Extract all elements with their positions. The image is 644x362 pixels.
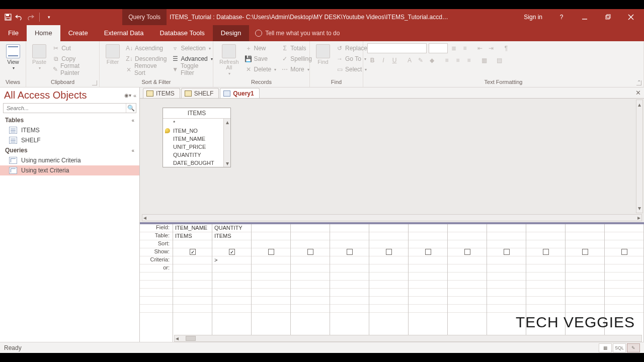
toggle-filter-button[interactable]: ▼Toggle Filter bbox=[171, 64, 213, 74]
doctab-query1[interactable]: Query1 bbox=[220, 88, 259, 98]
redo-icon[interactable] bbox=[26, 13, 34, 21]
qbe-cell-field[interactable] bbox=[291, 224, 330, 232]
qbe-col[interactable] bbox=[252, 224, 291, 342]
qbe-cell-extra[interactable] bbox=[487, 305, 526, 313]
qbe-cell-extra[interactable] bbox=[291, 305, 330, 313]
qbe-cell-criteria[interactable] bbox=[291, 256, 330, 264]
tab-create[interactable]: Create bbox=[60, 25, 96, 41]
show-checkbox[interactable] bbox=[464, 249, 470, 255]
refresh-all-button[interactable]: Refresh All▾ bbox=[217, 43, 241, 77]
qbe-cell-or[interactable] bbox=[369, 264, 408, 273]
fill-color-icon[interactable]: ◆ bbox=[427, 55, 437, 65]
nav-search[interactable]: 🔍 bbox=[3, 103, 136, 113]
show-checkbox[interactable]: ✓ bbox=[229, 249, 235, 255]
qbe-cell-extra[interactable] bbox=[526, 281, 565, 289]
qbe-cell-field[interactable] bbox=[487, 224, 526, 232]
qbe-cell-extra[interactable] bbox=[409, 305, 447, 313]
close-icon[interactable] bbox=[620, 9, 642, 25]
format-painter-button[interactable]: ✎Format Painter bbox=[51, 64, 95, 74]
qbe-cell-extra[interactable] bbox=[252, 305, 290, 313]
qbe-cell-sort[interactable] bbox=[448, 240, 487, 248]
qbe-cell-sort[interactable] bbox=[173, 240, 212, 248]
qbe-cell-show[interactable] bbox=[252, 248, 290, 256]
qbe-cell-criteria[interactable] bbox=[252, 256, 290, 264]
tab-database-tools[interactable]: Database Tools bbox=[151, 25, 212, 41]
fieldlist-item-no[interactable]: ITEM_NO bbox=[163, 127, 230, 135]
qbe-cell-criteria[interactable] bbox=[330, 256, 369, 264]
bullets-icon[interactable]: ≣ bbox=[449, 43, 459, 53]
qbe-cell-or[interactable] bbox=[526, 264, 565, 273]
italic-icon[interactable]: I bbox=[378, 55, 388, 65]
remove-sort-button[interactable]: ⨯Remove Sort bbox=[125, 64, 168, 74]
align-right-icon[interactable]: ≡ bbox=[464, 55, 474, 65]
font-size-combo[interactable] bbox=[429, 43, 448, 53]
qbe-col[interactable] bbox=[369, 224, 409, 342]
qbe-cell-table[interactable] bbox=[448, 232, 487, 240]
qbe-cell-criteria[interactable] bbox=[526, 256, 565, 264]
font-color-icon[interactable]: A bbox=[405, 55, 415, 65]
totals-button[interactable]: ΣTotals bbox=[280, 43, 313, 53]
qbe-col[interactable] bbox=[487, 224, 526, 342]
alternate-row-color-icon[interactable]: ▤ bbox=[494, 55, 504, 65]
fieldlist-scrollbar[interactable]: ▴▾ bbox=[223, 119, 230, 167]
qbe-cell-sort[interactable] bbox=[409, 240, 447, 248]
qbe-cell-sort[interactable] bbox=[526, 240, 565, 248]
qbe-cell-show[interactable] bbox=[291, 248, 330, 256]
ascending-button[interactable]: A↓Ascending bbox=[125, 43, 168, 53]
qbe-cell-table[interactable] bbox=[369, 232, 408, 240]
qbe-col[interactable]: QUANTITYITEMS✓> bbox=[212, 224, 252, 342]
qbe-cell-extra[interactable] bbox=[448, 281, 487, 289]
fieldlist-star[interactable]: * bbox=[163, 119, 230, 127]
qbe-cell-field[interactable] bbox=[409, 224, 447, 232]
qbe-cell-or[interactable] bbox=[173, 264, 212, 273]
qbe-cell-extra[interactable] bbox=[252, 289, 290, 297]
filter-button[interactable]: Filter bbox=[104, 43, 122, 66]
qbe-cell-table[interactable] bbox=[566, 232, 604, 240]
qbe-cell-extra[interactable] bbox=[212, 289, 251, 297]
qbe-cell-show[interactable] bbox=[605, 248, 643, 256]
qbe-cell-table[interactable] bbox=[291, 232, 330, 240]
qbe-col[interactable] bbox=[605, 224, 644, 342]
nav-query-numeric[interactable]: Using numeric Criteria bbox=[0, 155, 139, 165]
qbe-col[interactable] bbox=[448, 224, 487, 342]
search-icon[interactable]: 🔍 bbox=[126, 104, 136, 113]
qbe-cell-field[interactable] bbox=[566, 224, 604, 232]
qbe-cell-show[interactable] bbox=[566, 248, 604, 256]
qbe-cell-sort[interactable] bbox=[566, 240, 604, 248]
qbe-cell-show[interactable]: ✓ bbox=[212, 248, 251, 256]
qbe-cell-extra[interactable] bbox=[369, 281, 408, 289]
qbe-cell-extra[interactable] bbox=[566, 305, 604, 313]
qbe-cell-or[interactable] bbox=[212, 264, 251, 273]
qbe-cell-table[interactable] bbox=[487, 232, 526, 240]
search-input[interactable] bbox=[4, 104, 126, 113]
qbe-cell-extra[interactable] bbox=[330, 289, 369, 297]
qbe-cell-or[interactable] bbox=[487, 264, 526, 273]
fieldlist-unit-price[interactable]: UNIT_PRICE bbox=[163, 143, 230, 151]
qbe-col[interactable] bbox=[330, 224, 369, 342]
qbe-cell-or[interactable] bbox=[448, 264, 487, 273]
qbe-cell-extra[interactable] bbox=[409, 297, 447, 305]
qbe-cell-field[interactable] bbox=[369, 224, 408, 232]
qbe-cell-table[interactable] bbox=[526, 232, 565, 240]
qbe-cell-sort[interactable] bbox=[330, 240, 369, 248]
qbe-col[interactable] bbox=[291, 224, 330, 342]
qbe-cell-show[interactable]: ✓ bbox=[173, 248, 212, 256]
tab-home[interactable]: Home bbox=[27, 25, 60, 41]
qbe-cell-extra[interactable] bbox=[487, 297, 526, 305]
qbe-cell-field[interactable]: ITEM_NAME bbox=[173, 224, 212, 232]
fieldlist-item-name[interactable]: ITEM_NAME bbox=[163, 135, 230, 143]
qbe-cell-criteria[interactable] bbox=[409, 256, 447, 264]
align-left-icon[interactable]: ≡ bbox=[442, 55, 452, 65]
qbe-cell-extra[interactable] bbox=[291, 289, 330, 297]
qbe-cell-or[interactable] bbox=[252, 264, 290, 273]
qbe-cell-extra[interactable] bbox=[291, 297, 330, 305]
sql-view-button[interactable]: SQL bbox=[613, 343, 626, 352]
qbe-cell-or[interactable] bbox=[605, 264, 643, 273]
undo-icon[interactable] bbox=[15, 13, 23, 21]
show-checkbox[interactable] bbox=[268, 249, 274, 255]
qbe-cell-extra[interactable] bbox=[605, 297, 643, 305]
qbe-cell-criteria[interactable] bbox=[487, 256, 526, 264]
underline-icon[interactable]: U bbox=[389, 55, 399, 65]
qbe-cell-extra[interactable] bbox=[369, 305, 408, 313]
qbe-cell-extra[interactable] bbox=[448, 289, 487, 297]
